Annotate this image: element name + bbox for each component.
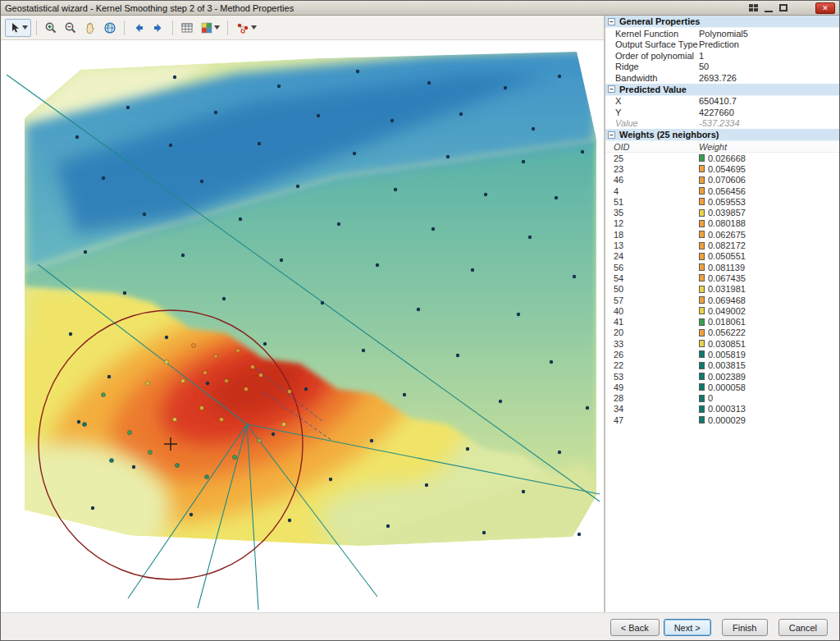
weight-row[interactable]: 260.005819 (605, 349, 839, 359)
weight-swatch (699, 395, 705, 402)
table-icon (180, 21, 194, 34)
weight-row[interactable]: 120.080188 (605, 218, 839, 229)
chevron-down-icon (251, 25, 257, 30)
pointer-tool-dropdown-button[interactable] (5, 19, 31, 37)
weight-swatch (699, 307, 705, 314)
weight-row[interactable]: 400.049002 (605, 305, 839, 316)
toolbar-separator (124, 21, 125, 35)
weight-swatch (699, 165, 705, 172)
finish-button[interactable]: Finish (722, 619, 768, 636)
pointer-icon (9, 22, 21, 34)
weight-swatch (699, 187, 705, 195)
property-row[interactable]: X650410.7 (605, 96, 839, 108)
zoom-in-button[interactable] (42, 19, 60, 37)
neighbors-dropdown-button[interactable] (233, 19, 259, 37)
raster-dropdown-button[interactable] (198, 19, 222, 37)
weight-swatch (699, 274, 705, 282)
map-preview[interactable] (1, 40, 604, 612)
property-row[interactable]: Order of polynomial1 (605, 50, 839, 62)
tiles-icon[interactable] (749, 4, 758, 11)
weight-swatch (699, 383, 705, 391)
weight-row[interactable]: 510.059553 (605, 196, 839, 207)
weight-row[interactable]: 200.056222 (605, 327, 839, 338)
next-button[interactable]: Next > (664, 619, 711, 636)
weight-swatch (699, 220, 705, 227)
property-row[interactable]: Y4227660 (605, 107, 839, 118)
weight-row[interactable]: 560.081139 (605, 262, 839, 272)
weight-row[interactable]: 240.050551 (605, 251, 839, 262)
next-extent-button[interactable] (149, 19, 167, 37)
property-row[interactable]: Value-537.2334 (605, 118, 839, 130)
zoom-in-icon (44, 21, 57, 34)
window-controls: ✕ (749, 2, 835, 14)
weight-row[interactable]: 250.026668 (605, 153, 839, 163)
property-row[interactable]: Output Surface TypePrediction (605, 39, 839, 51)
weight-row[interactable]: 40.056456 (605, 185, 839, 196)
weight-swatch (699, 318, 705, 326)
weight-row[interactable]: 230.054695 (605, 163, 839, 174)
weight-row[interactable]: 460.070606 (605, 175, 839, 185)
wizard-window: Geostatistical wizard - Kernel Smoothing… (0, 0, 840, 641)
weight-row[interactable]: 540.067435 (605, 272, 839, 283)
collapse-icon[interactable]: − (608, 131, 615, 139)
window-content: − General Properties Kernel FunctionPoly… (1, 16, 839, 612)
title-bar: Geostatistical wizard - Kernel Smoothing… (1, 1, 839, 16)
property-row[interactable]: Bandwidth2693.726 (605, 72, 839, 84)
toolbar-separator (172, 21, 173, 35)
pan-button[interactable] (81, 19, 99, 37)
weight-row[interactable]: 530.002389 (605, 371, 839, 382)
weight-swatch (699, 296, 705, 304)
weights-rows: 250.026668230.054695460.07060640.0564565… (605, 153, 839, 425)
general-properties-rows: Kernel FunctionPolynomial5Output Surface… (605, 28, 839, 84)
close-button[interactable]: ✕ (815, 2, 835, 14)
weight-row[interactable]: 340.000313 (605, 404, 839, 414)
weight-row[interactable]: 350.039857 (605, 207, 839, 217)
weight-row[interactable]: 280 (605, 393, 839, 404)
zoom-out-button[interactable] (62, 19, 80, 37)
minimize-button[interactable] (765, 4, 773, 12)
weight-row[interactable]: 180.062675 (605, 229, 839, 240)
arrow-left-icon (132, 21, 145, 34)
table-button[interactable] (178, 19, 196, 37)
raster-surface-icon (201, 22, 212, 34)
window-title: Geostatistical wizard - Kernel Smoothing… (5, 3, 294, 13)
previous-extent-button[interactable] (130, 19, 148, 37)
oid-column-header: OID (614, 142, 699, 152)
property-row[interactable]: Ridge50 (605, 62, 839, 73)
kernel-surface-map[interactable] (7, 40, 600, 612)
weight-row[interactable]: 130.082172 (605, 240, 839, 250)
properties-panel: − General Properties Kernel FunctionPoly… (605, 16, 839, 612)
section-title: General Properties (619, 16, 700, 26)
property-row[interactable]: Kernel FunctionPolynomial5 (605, 28, 839, 39)
weight-row[interactable]: 330.030851 (605, 338, 839, 349)
zoom-out-icon (64, 21, 77, 34)
predicted-value-header[interactable]: − Predicted Value (605, 84, 839, 96)
cancel-button[interactable]: Cancel (778, 619, 828, 636)
weight-row[interactable]: 220.003815 (605, 360, 839, 371)
weight-row[interactable]: 570.069468 (605, 295, 839, 305)
maximize-button[interactable] (779, 4, 788, 11)
weight-swatch (699, 286, 705, 293)
weight-swatch (699, 154, 705, 162)
weight-row[interactable]: 470.000029 (605, 414, 839, 425)
collapse-icon[interactable]: − (608, 85, 615, 93)
weights-header[interactable]: − Weights (25 neighbors) (605, 129, 839, 141)
toolbar-separator (36, 21, 37, 35)
collapse-icon[interactable]: − (608, 18, 615, 25)
weight-row[interactable]: 410.018061 (605, 316, 839, 327)
interpolated-surface (7, 48, 596, 612)
map-toolbar (1, 16, 604, 40)
section-title: Predicted Value (619, 85, 687, 94)
weight-swatch (699, 209, 705, 217)
arrow-right-icon (152, 21, 165, 34)
predicted-value-rows: X650410.7Y4227660Value-537.2334 (605, 96, 839, 130)
weight-row[interactable]: 490.000058 (605, 382, 839, 392)
weight-swatch (699, 242, 705, 250)
weight-row[interactable]: 500.031981 (605, 284, 839, 295)
weight-swatch (699, 198, 705, 205)
general-properties-header[interactable]: − General Properties (605, 16, 839, 28)
weight-swatch (699, 405, 705, 413)
full-extent-button[interactable] (101, 19, 119, 37)
wizard-footer: < Back Next > Finish Cancel (1, 612, 839, 641)
back-button[interactable]: < Back (610, 619, 660, 636)
